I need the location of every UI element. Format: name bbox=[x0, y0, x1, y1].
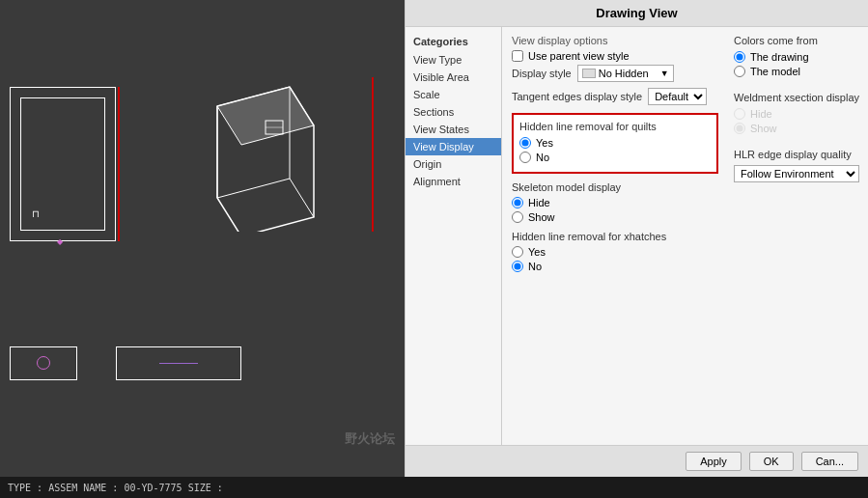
status-text: TYPE : ASSEM NAME : 00-YD-7775 SIZE : bbox=[8, 483, 223, 493]
colors-drawing-row: The drawing bbox=[734, 51, 862, 63]
dialog-body: Categories View Type Visible Area Scale … bbox=[406, 27, 868, 445]
ok-button[interactable]: OK bbox=[749, 452, 794, 471]
right-options-panel: Colors come from The drawing The model W… bbox=[728, 27, 868, 445]
categories-panel: Categories View Type Visible Area Scale … bbox=[406, 27, 502, 445]
view-display-options-title: View display options bbox=[512, 35, 718, 46]
display-style-select[interactable]: No Hidden ▼ bbox=[577, 65, 674, 82]
display-style-row: Display style No Hidden ▼ bbox=[512, 65, 718, 82]
red-line-3d bbox=[372, 77, 374, 232]
display-style-arrow: ▼ bbox=[660, 69, 669, 78]
svg-marker-5 bbox=[217, 87, 314, 145]
red-line-right bbox=[118, 87, 120, 241]
weld-hide-label: Hide bbox=[750, 108, 772, 120]
weldment-title: Weldment xsection display bbox=[734, 92, 862, 103]
colors-title: Colors come from bbox=[734, 35, 862, 46]
hlr-xhatches-title: Hidden line removal for xhatches bbox=[512, 231, 718, 242]
hlr-quilts-box: Hidden line removal for quilts Yes No bbox=[512, 113, 718, 174]
display-style-label: Display style bbox=[512, 68, 572, 79]
drawing-container: ⊓ ◆ bbox=[0, 0, 405, 477]
xhatches-no-row: No bbox=[512, 261, 718, 272]
watermark: 野火论坛 bbox=[345, 430, 395, 448]
hlr-quilts-no-radio[interactable] bbox=[519, 152, 531, 163]
no-hidden-icon bbox=[582, 69, 596, 78]
sidebar-item-view-display[interactable]: View Display bbox=[406, 138, 501, 155]
sidebar-item-alignment[interactable]: Alignment bbox=[406, 173, 501, 190]
canvas-area: ⊓ ◆ bbox=[0, 0, 405, 477]
hlr-quilts-yes-label: Yes bbox=[536, 137, 553, 149]
weld-show-label: Show bbox=[750, 123, 777, 134]
weld-hide-row: Hide bbox=[734, 108, 862, 120]
xhatches-yes-label: Yes bbox=[528, 246, 546, 258]
hlr-quilts-no-row: No bbox=[519, 152, 711, 163]
dialog-footer: Apply OK Can... bbox=[406, 445, 868, 477]
skeleton-show-label: Show bbox=[528, 211, 555, 223]
sidebar-item-visible-area[interactable]: Visible Area bbox=[406, 69, 501, 86]
svg-line-4 bbox=[217, 179, 290, 198]
hlr-quilts-yes-row: Yes bbox=[519, 137, 711, 149]
skeleton-show-row: Show bbox=[512, 211, 718, 223]
colors-drawing-radio[interactable] bbox=[734, 51, 745, 63]
sidebar-item-origin[interactable]: Origin bbox=[406, 155, 501, 173]
shape-3d bbox=[203, 77, 328, 232]
colors-model-radio[interactable] bbox=[734, 66, 745, 77]
apply-button[interactable]: Apply bbox=[686, 452, 742, 471]
sidebar-item-view-states[interactable]: View States bbox=[406, 121, 501, 138]
hlr-xhatches-section: Hidden line removal for xhatches Yes No bbox=[512, 231, 718, 272]
hlr-edge-select[interactable]: Follow Environment bbox=[734, 165, 859, 182]
skeleton-section: Skeleton model display Hide Show bbox=[512, 181, 718, 223]
display-style-value: No Hidden bbox=[599, 68, 649, 79]
use-parent-row: Use parent view style bbox=[512, 50, 718, 62]
xhatches-no-label: No bbox=[528, 261, 542, 272]
use-parent-label: Use parent view style bbox=[528, 50, 630, 62]
svg-line-3 bbox=[290, 179, 314, 217]
xhatches-yes-radio[interactable] bbox=[512, 246, 523, 258]
use-parent-checkbox[interactable] bbox=[512, 50, 523, 62]
xhatches-yes-row: Yes bbox=[512, 246, 718, 258]
rect-drawing-top-left: ⊓ ◆ bbox=[10, 87, 116, 241]
colors-model-row: The model bbox=[734, 66, 862, 77]
skeleton-hide-row: Hide bbox=[512, 197, 718, 208]
colors-drawing-label: The drawing bbox=[750, 51, 809, 63]
hlr-edge-section: HLR edge display quality Follow Environm… bbox=[734, 149, 862, 182]
hlr-edge-title: HLR edge display quality bbox=[734, 149, 862, 160]
tangent-row: Tangent edges display style Default bbox=[512, 88, 718, 105]
tangent-select[interactable]: Default bbox=[648, 88, 707, 105]
diamond-icon: ◆ bbox=[57, 237, 63, 246]
sidebar-item-view-type[interactable]: View Type bbox=[406, 51, 501, 69]
tangent-label: Tangent edges display style bbox=[512, 91, 642, 102]
content-panel: View display options Use parent view sty… bbox=[502, 27, 728, 445]
weldment-section: Weldment xsection display Hide Show bbox=[734, 92, 862, 134]
status-bar: TYPE : ASSEM NAME : 00-YD-7775 SIZE : bbox=[0, 477, 868, 498]
weld-show-row: Show bbox=[734, 123, 862, 134]
hlr-quilts-title: Hidden line removal for quilts bbox=[519, 121, 711, 132]
bottom-line bbox=[159, 363, 198, 364]
categories-title: Categories bbox=[406, 32, 501, 51]
lock-icon: ⊓ bbox=[32, 208, 40, 219]
weld-show-radio bbox=[734, 123, 745, 134]
main-area: ⊓ ◆ bbox=[0, 0, 868, 477]
colors-section: Colors come from The drawing The model bbox=[734, 35, 862, 77]
skeleton-hide-radio[interactable] bbox=[512, 197, 523, 208]
hlr-quilts-yes-radio[interactable] bbox=[519, 137, 531, 149]
dialog-panel: Drawing View Categories View Type Visibl… bbox=[405, 0, 868, 477]
xhatches-no-radio[interactable] bbox=[512, 261, 523, 272]
skeleton-hide-label: Hide bbox=[528, 197, 550, 208]
bottom-circle bbox=[37, 356, 50, 370]
hlr-quilts-no-label: No bbox=[536, 152, 549, 163]
skeleton-title: Skeleton model display bbox=[512, 181, 718, 193]
cancel-button[interactable]: Can... bbox=[801, 452, 858, 471]
dialog-title: Drawing View bbox=[406, 0, 868, 27]
weld-hide-radio bbox=[734, 108, 745, 120]
skeleton-show-radio[interactable] bbox=[512, 211, 523, 223]
colors-model-label: The model bbox=[750, 66, 800, 77]
sidebar-item-scale[interactable]: Scale bbox=[406, 86, 501, 103]
sidebar-item-sections[interactable]: Sections bbox=[406, 103, 501, 121]
